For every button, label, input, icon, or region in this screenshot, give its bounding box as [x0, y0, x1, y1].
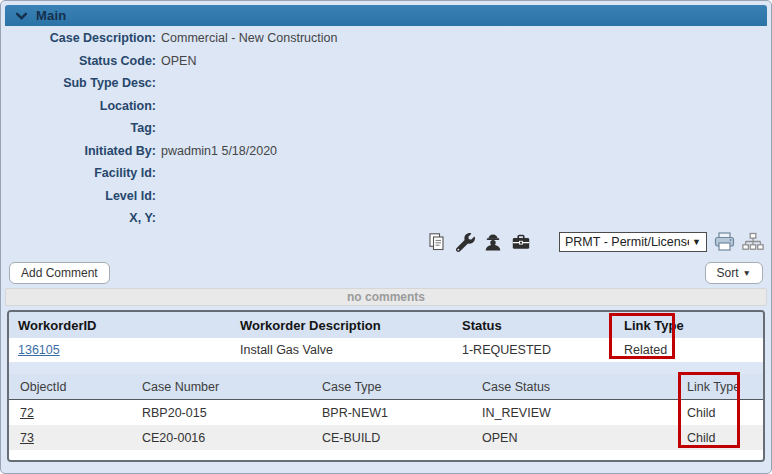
case-number-cell: CE20-0016	[142, 431, 322, 445]
no-comments-banner: no comments	[5, 288, 767, 306]
workorder-table-header: WorkorderID Workorder Description Status…	[9, 312, 763, 338]
sitemap-icon[interactable]	[741, 231, 765, 253]
sort-button[interactable]: Sort ▼	[705, 262, 763, 284]
case-table-header: ObjectId Case Number Case Type Case Stat…	[9, 374, 763, 400]
field-row-x-y: X, Y:	[1, 207, 771, 230]
comments-toolbar: Add Comment Sort ▼	[9, 260, 763, 286]
workorder-status-cell: 1-REQUESTED	[462, 343, 624, 357]
case-link-type-cell: Child	[687, 406, 763, 420]
case-table-row: 73 CE20-0016 CE-BUILD OPEN Child	[9, 425, 763, 450]
section-title: Main	[36, 8, 66, 23]
header-status: Status	[462, 318, 624, 333]
field-row-status-code: Status Code: OPEN	[1, 50, 771, 73]
copy-icon[interactable]	[425, 231, 449, 253]
table-gap	[9, 362, 763, 374]
field-value: Commercial - New Construction	[161, 31, 337, 45]
field-label: X, Y:	[1, 211, 156, 225]
case-status-cell: OPEN	[482, 431, 687, 445]
permit-type-select[interactable]: PRMT - Permit/License ▼	[559, 232, 707, 252]
field-row-initiated-by: Initiated By: pwadmin1 5/18/2020	[1, 140, 771, 163]
case-number-cell: RBP20-015	[142, 406, 322, 420]
sort-button-label: Sort	[717, 266, 739, 280]
case-type-cell: CE-BUILD	[322, 431, 482, 445]
field-label: Status Code:	[1, 54, 156, 68]
field-row-case-description: Case Description: Commercial - New Const…	[1, 27, 771, 50]
field-label: Case Description:	[1, 31, 156, 45]
field-label: Sub Type Desc:	[1, 76, 156, 90]
header-case-number: Case Number	[142, 380, 322, 394]
field-label: Location:	[1, 99, 156, 113]
field-label: Facility Id:	[1, 166, 156, 180]
header-object-id: ObjectId	[20, 380, 142, 394]
chevron-down-icon[interactable]	[16, 12, 27, 20]
workorder-table: WorkorderID Workorder Description Status…	[9, 312, 763, 362]
actions-toolbar: PRMT - Permit/License ▼	[1, 230, 771, 254]
header-case-status: Case Status	[482, 380, 687, 394]
field-label: Initiated By:	[1, 144, 156, 158]
sort-caret-icon: ▼	[743, 268, 751, 278]
case-table: ObjectId Case Number Case Type Case Stat…	[9, 374, 763, 460]
toolbox-icon[interactable]	[509, 231, 533, 253]
case-detail-panel: Main Case Description: Commercial - New …	[0, 0, 772, 474]
field-label: Tag:	[1, 121, 156, 135]
field-row-location: Location:	[1, 95, 771, 118]
field-value: OPEN	[161, 54, 196, 68]
workorder-description-cell: Install Gas Valve	[240, 343, 462, 357]
wrench-icon[interactable]	[453, 231, 477, 253]
object-id-link[interactable]: 72	[20, 406, 34, 420]
selected-option: PRMT - Permit/License	[565, 235, 689, 249]
add-comment-button[interactable]: Add Comment	[9, 262, 110, 284]
object-id-link[interactable]: 73	[20, 431, 34, 445]
field-value: pwadmin1 5/18/2020	[161, 144, 277, 158]
case-table-row: 72 RBP20-015 BPR-NEW1 IN_REVIEW Child	[9, 400, 763, 425]
field-row-facility-id: Facility Id:	[1, 162, 771, 185]
worker-icon[interactable]	[481, 231, 505, 253]
header-link-type: Link Type	[624, 318, 763, 333]
case-status-cell: IN_REVIEW	[482, 406, 687, 420]
case-fields: Case Description: Commercial - New Const…	[1, 27, 771, 230]
field-row-level-id: Level Id:	[1, 185, 771, 208]
header-workorder-id: WorkorderID	[18, 318, 240, 333]
printer-icon[interactable]	[712, 231, 736, 253]
field-row-tag: Tag:	[1, 117, 771, 140]
field-label: Level Id:	[1, 189, 156, 203]
workorder-table-row: 136105 Install Gas Valve 1-REQUESTED Rel…	[9, 338, 763, 362]
case-type-cell: BPR-NEW1	[322, 406, 482, 420]
field-row-sub-type-desc: Sub Type Desc:	[1, 72, 771, 95]
main-section-header[interactable]: Main	[5, 5, 767, 26]
workorder-id-link[interactable]: 136105	[18, 343, 60, 357]
workorder-link-type-cell: Related	[624, 343, 763, 357]
header-workorder-description: Workorder Description	[240, 318, 462, 333]
header-link-type: Link Type	[687, 380, 763, 394]
linked-records-panel: WorkorderID Workorder Description Status…	[7, 310, 765, 462]
case-link-type-cell: Child	[687, 431, 763, 445]
header-case-type: Case Type	[322, 380, 482, 394]
select-caret-icon: ▼	[692, 237, 701, 247]
